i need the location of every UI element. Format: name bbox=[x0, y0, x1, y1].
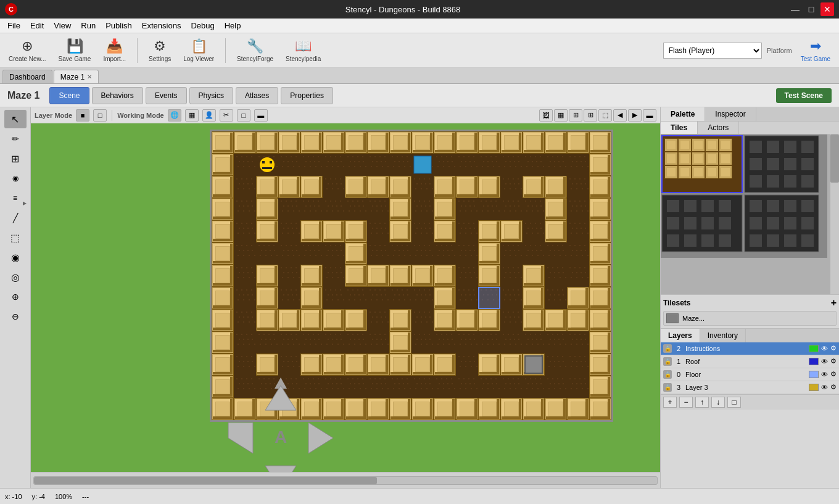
mode-btn-r8[interactable]: ▬ bbox=[643, 109, 656, 122]
scene-tab-physics[interactable]: Physics bbox=[189, 87, 233, 104]
select-tool[interactable]: ↖ bbox=[4, 110, 27, 128]
tile-scrollbar[interactable] bbox=[830, 134, 839, 294]
zoom-out-tool[interactable]: ⊖ bbox=[4, 307, 27, 326]
test-game-button[interactable]: ➡ Test Game bbox=[797, 36, 834, 65]
layers-extra-btn[interactable]: □ bbox=[727, 397, 741, 408]
menu-publish[interactable]: Publish bbox=[101, 20, 137, 31]
stencylforge-button[interactable]: 🔧 StencylForge bbox=[233, 36, 277, 65]
menu-help[interactable]: Help bbox=[220, 20, 246, 31]
mode-btn-r3[interactable]: ⊞ bbox=[569, 109, 582, 122]
layer-eye-layer3[interactable]: 👁 bbox=[821, 384, 828, 391]
menu-debug[interactable]: Debug bbox=[186, 20, 219, 31]
working-mode-btn-scissors[interactable]: ✂ bbox=[220, 109, 233, 122]
layer-row-instructions[interactable]: 🔒 2 Instructions 👁 ⚙ bbox=[661, 342, 839, 355]
mode-btn-r2[interactable]: ▦ bbox=[554, 109, 568, 122]
line-tool[interactable]: ╱ bbox=[4, 209, 27, 227]
tilesets-add-icon[interactable]: + bbox=[831, 297, 837, 308]
layer-lock-roof[interactable]: 🔒 bbox=[663, 357, 672, 366]
layers-down-btn[interactable]: ↓ bbox=[711, 397, 725, 408]
layer-mode-btn-2[interactable]: □ bbox=[93, 109, 107, 122]
layer-lock-instructions[interactable]: 🔒 bbox=[663, 344, 672, 353]
layer-row-layer3[interactable]: 🔒 3 Layer 3 👁 ⚙ bbox=[661, 381, 839, 394]
scene-tab-scene[interactable]: Scene bbox=[49, 87, 89, 104]
layers-remove-btn[interactable]: − bbox=[679, 397, 693, 408]
inventory-tab[interactable]: Inventory bbox=[700, 329, 746, 342]
save-game-button[interactable]: 💾 Save Game bbox=[55, 36, 95, 65]
tile-scroll-thumb[interactable] bbox=[830, 134, 839, 183]
layer-gear-layer3[interactable]: ⚙ bbox=[830, 383, 837, 391]
working-mode-btn-grid[interactable]: ▦ bbox=[185, 109, 199, 122]
scene-tab-properties[interactable]: Properties bbox=[281, 87, 333, 104]
create-new-button[interactable]: ⊕ Create New... bbox=[5, 36, 50, 65]
platform-select[interactable]: Flash (Player) Flash (Web) iOS Android D… bbox=[663, 43, 762, 59]
tilesets-section: Tilesets + Maze... bbox=[661, 294, 839, 328]
scene-canvas[interactable]: A bbox=[31, 123, 660, 472]
palette-inspector-tabs: Palette Inspector bbox=[661, 107, 839, 122]
eye-open-tool[interactable]: ◎ bbox=[4, 268, 27, 286]
hscroll-thumb[interactable] bbox=[34, 477, 377, 484]
scene-inner: A bbox=[43, 123, 648, 472]
save-game-label: Save Game bbox=[59, 56, 91, 62]
scene-tab-atlases[interactable]: Atlases bbox=[236, 87, 278, 104]
layer-mode-btn-1[interactable]: ■ bbox=[76, 109, 89, 122]
palette-tab[interactable]: Palette bbox=[661, 107, 705, 121]
stencylpedia-button[interactable]: 📖 Stencylpedia bbox=[282, 36, 324, 65]
tab-dashboard[interactable]: Dashboard bbox=[2, 70, 52, 83]
working-mode-btn-actor[interactable]: 👤 bbox=[202, 109, 216, 122]
pencil-tool[interactable]: ✏ bbox=[4, 130, 27, 148]
menu-extensions[interactable]: Extensions bbox=[137, 20, 186, 31]
layer-row-floor[interactable]: 🔒 0 Floor 👁 ⚙ bbox=[661, 368, 839, 381]
rect-select-tool[interactable]: ⬚ bbox=[4, 228, 27, 247]
mode-btn-r5[interactable]: ⬚ bbox=[598, 109, 612, 122]
menu-view[interactable]: View bbox=[49, 20, 76, 31]
grid-tool[interactable]: ⊞ bbox=[4, 149, 27, 168]
mode-btn-r4[interactable]: ⊞ bbox=[584, 109, 597, 122]
minimize-button[interactable]: — bbox=[788, 2, 802, 16]
layer-lock-floor[interactable]: 🔒 bbox=[663, 370, 672, 379]
settings-button[interactable]: ⚙ Settings bbox=[145, 36, 175, 65]
layer-eye-floor[interactable]: 👁 bbox=[821, 371, 828, 378]
close-maze1-icon[interactable]: ✕ bbox=[87, 73, 92, 80]
test-scene-button[interactable]: Test Scene bbox=[776, 88, 832, 103]
layer-lock-layer3[interactable]: 🔒 bbox=[663, 383, 672, 392]
scene-tab-behaviors[interactable]: Behaviors bbox=[92, 87, 143, 104]
layer-gear-floor[interactable]: ⚙ bbox=[830, 370, 837, 378]
canvas-hscroll[interactable] bbox=[31, 472, 660, 488]
tab-maze1[interactable]: Maze 1 ✕ bbox=[54, 70, 99, 83]
layers-tab[interactable]: Layers bbox=[661, 329, 700, 342]
layer-gear-instructions[interactable]: ⚙ bbox=[830, 344, 837, 352]
tiles-tab[interactable]: Tiles bbox=[661, 122, 698, 134]
menu-run[interactable]: Run bbox=[76, 20, 101, 31]
layers-up-btn[interactable]: ↑ bbox=[695, 397, 709, 408]
scene-tab-events[interactable]: Events bbox=[146, 87, 187, 104]
mode-btn-r6[interactable]: ◀ bbox=[613, 109, 627, 122]
working-mode-btn-bar[interactable]: ▬ bbox=[254, 109, 268, 122]
maximize-button[interactable]: □ bbox=[804, 2, 818, 16]
working-mode-btn-globe[interactable]: 🌐 bbox=[168, 109, 181, 122]
menu-edit[interactable]: Edit bbox=[25, 20, 49, 31]
layer-eye-roof[interactable]: 👁 bbox=[821, 358, 828, 365]
menu-file[interactable]: File bbox=[2, 20, 25, 31]
layer-row-roof[interactable]: 🔒 1 Roof 👁 ⚙ bbox=[661, 355, 839, 368]
eye-close-tool[interactable]: ◉ bbox=[4, 248, 27, 266]
layer-gear-roof[interactable]: ⚙ bbox=[830, 357, 837, 365]
layer-eye-instructions[interactable]: 👁 bbox=[821, 345, 828, 352]
hscrollbar[interactable] bbox=[33, 476, 658, 485]
mode-btn-r1[interactable]: 🖼 bbox=[539, 109, 553, 122]
close-button[interactable]: ✕ bbox=[820, 2, 834, 16]
import-button[interactable]: 📥 Import... bbox=[99, 36, 130, 65]
status-zoom: 100% bbox=[55, 493, 72, 500]
tileset-item-maze[interactable]: Maze... bbox=[663, 311, 837, 326]
mode-btn-r7[interactable]: ▶ bbox=[628, 109, 642, 122]
fill-tool[interactable]: ◉ bbox=[4, 169, 27, 188]
toolbar-sep-2 bbox=[225, 38, 226, 63]
zoom-in-tool[interactable]: ⊕ bbox=[4, 287, 27, 306]
working-mode-btn-rect[interactable]: □ bbox=[237, 109, 250, 122]
actors-tab[interactable]: Actors bbox=[698, 122, 739, 134]
log-viewer-label: Log Viewer bbox=[183, 56, 214, 62]
inspector-tab[interactable]: Inspector bbox=[705, 107, 756, 121]
layer-num-layer3: 3 bbox=[674, 384, 683, 391]
layer-tool[interactable]: ≡▶ bbox=[4, 189, 27, 207]
log-viewer-button[interactable]: 📋 Log Viewer bbox=[180, 36, 218, 65]
layers-add-btn[interactable]: + bbox=[663, 397, 677, 408]
